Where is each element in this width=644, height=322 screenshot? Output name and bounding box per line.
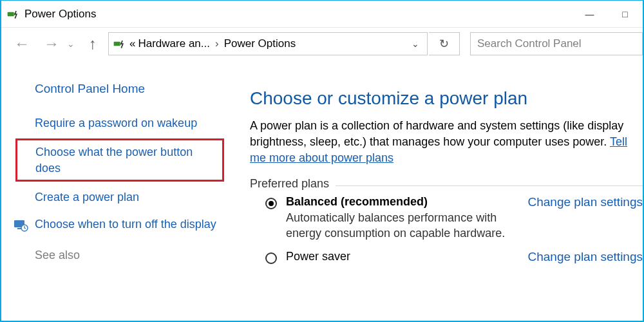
- change-plan-settings-power-saver[interactable]: Change plan settings: [527, 250, 643, 264]
- address-bar-icon: [113, 37, 126, 50]
- breadcrumb-prefix[interactable]: «: [129, 37, 135, 50]
- plan-power-saver: Power saver Change plan settings: [265, 250, 643, 264]
- sidebar-item-label: Choose when to turn off the display: [35, 216, 216, 232]
- svg-rect-2: [114, 42, 120, 46]
- refresh-button[interactable]: ↻: [429, 32, 460, 55]
- page-heading: Choose or customize a power plan: [250, 88, 643, 109]
- change-plan-settings-balanced[interactable]: Change plan settings: [527, 195, 643, 209]
- back-button[interactable]: ←: [8, 31, 36, 57]
- breadcrumb-power-options[interactable]: Power Options: [224, 37, 296, 50]
- control-panel-home-link[interactable]: Control Panel Home: [35, 82, 227, 96]
- up-button[interactable]: ↑: [79, 31, 107, 57]
- main-pane: Choose or customize a power plan A power…: [233, 60, 643, 321]
- search-input[interactable]: Search Control Panel: [470, 32, 643, 55]
- address-bar[interactable]: « Hardware an... › Power Options ⌄: [108, 32, 428, 55]
- plan-power-saver-title: Power saver: [286, 250, 512, 263]
- radio-power-saver[interactable]: [265, 252, 277, 264]
- minimize-button[interactable]: —: [572, 1, 607, 27]
- title-bar: Power Options — □: [1, 1, 643, 28]
- radio-balanced[interactable]: [265, 198, 277, 209]
- svg-rect-0: [8, 12, 14, 16]
- description-text: A power plan is a collection of hardware…: [250, 119, 623, 148]
- plan-balanced-title: Balanced (recommended): [286, 195, 512, 209]
- breadcrumb-sep-icon[interactable]: ›: [213, 37, 222, 50]
- breadcrumb-hardware[interactable]: Hardware an...: [138, 37, 210, 50]
- power-options-icon: [6, 8, 19, 21]
- see-also-heading: See also: [35, 249, 227, 262]
- sidebar-item-require-password[interactable]: Require a password on wakeup: [13, 111, 227, 135]
- nav-toolbar: ← → ⌄ ↑ « Hardware an... › Power Options…: [1, 28, 643, 60]
- sidebar-item-turn-off-display[interactable]: Choose when to turn off the display: [13, 213, 227, 237]
- sidebar-item-power-button[interactable]: Choose what the power button does: [15, 138, 224, 182]
- maximize-button[interactable]: □: [607, 1, 643, 27]
- breadcrumb: « Hardware an... › Power Options: [129, 37, 296, 50]
- recent-locations-button[interactable]: ⌄: [67, 39, 77, 49]
- plan-balanced-desc: Automatically balances performance with …: [286, 210, 512, 242]
- sidebar-item-create-plan[interactable]: Create a power plan: [13, 185, 227, 209]
- page-description: A power plan is a collection of hardware…: [250, 118, 643, 167]
- address-dropdown-icon[interactable]: ⌄: [408, 39, 423, 49]
- svg-rect-5: [17, 228, 21, 229]
- content-area: Control Panel Home Require a password on…: [1, 60, 643, 321]
- plan-balanced: Balanced (recommended) Automatically bal…: [265, 195, 643, 242]
- sidebar: Control Panel Home Require a password on…: [1, 60, 233, 321]
- monitor-clock-icon: [13, 218, 28, 233]
- forward-button[interactable]: →: [37, 31, 66, 57]
- preferred-plans-label: Preferred plans: [250, 177, 336, 191]
- window-title: Power Options: [24, 8, 97, 21]
